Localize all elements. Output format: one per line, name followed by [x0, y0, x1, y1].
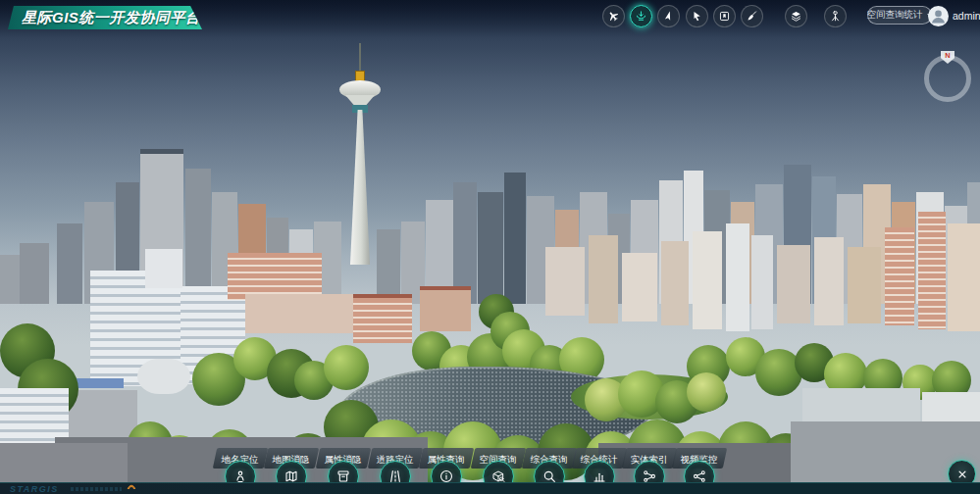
scene-camera-button[interactable] — [824, 5, 847, 27]
app-title-banner: 星际GIS统一开发协同平台 — [8, 6, 202, 29]
user-avatar[interactable] — [928, 6, 949, 26]
compass[interactable]: N — [924, 51, 971, 98]
map-viewport[interactable] — [0, 0, 980, 494]
clear-scene-button[interactable] — [741, 5, 763, 27]
cursor-icon — [691, 10, 703, 23]
watermark-dashes — [71, 487, 122, 491]
user-icon — [928, 6, 949, 26]
bottom-status-strip: STARGIS — [0, 482, 980, 494]
watermark-arc — [126, 483, 136, 494]
tripod-camera-icon — [829, 10, 842, 23]
dropdown-value: 空间查询统计 — [867, 9, 923, 22]
airplane-icon — [604, 7, 622, 25]
app-title: 星际GIS统一开发协同平台 — [22, 9, 200, 27]
spatial-query-stats-dropdown[interactable]: 空间查询统计 — [867, 6, 932, 25]
bookmark-icon — [718, 10, 731, 23]
fly-mode-button[interactable] — [602, 5, 625, 27]
stargis-watermark: STARGIS — [10, 483, 59, 494]
orient-north-button[interactable] — [657, 5, 680, 27]
layers-icon — [790, 10, 802, 23]
layer-manager-button[interactable] — [785, 5, 807, 27]
north-label: N — [945, 51, 950, 60]
broom-icon — [746, 10, 758, 23]
reset-view-icon — [635, 10, 647, 23]
close-icon — [955, 468, 969, 481]
north-arrow-icon — [661, 9, 677, 25]
bookmarks-button[interactable] — [713, 5, 736, 27]
reset-view-button[interactable] — [630, 5, 652, 27]
app-window: 星际GIS统一开发协同平台 — [0, 0, 980, 494]
select-tool-button[interactable] — [686, 5, 708, 27]
username-label: admin — [953, 10, 980, 22]
